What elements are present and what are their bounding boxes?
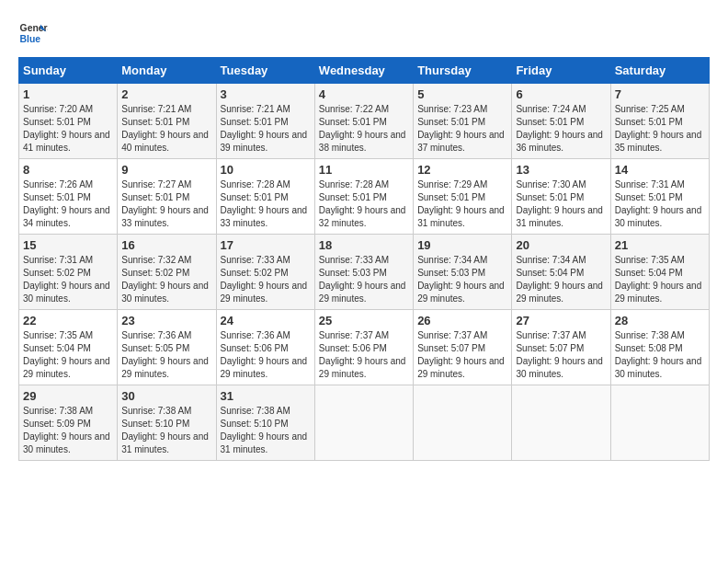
day-info: Sunrise: 7:26 AMSunset: 5:01 PMDaylight:… bbox=[23, 178, 113, 230]
calendar-cell: 7Sunrise: 7:25 AMSunset: 5:01 PMDaylight… bbox=[610, 84, 709, 159]
calendar-cell bbox=[512, 385, 610, 461]
weekday-header-sunday: Sunday bbox=[19, 58, 118, 84]
day-number: 20 bbox=[516, 238, 606, 252]
calendar-cell: 4Sunrise: 7:22 AMSunset: 5:01 PMDaylight… bbox=[314, 84, 413, 159]
day-info: Sunrise: 7:20 AMSunset: 5:01 PMDaylight:… bbox=[23, 103, 113, 155]
calendar-cell bbox=[314, 385, 413, 461]
calendar-cell: 17Sunrise: 7:33 AMSunset: 5:02 PMDayligh… bbox=[216, 235, 314, 310]
calendar-cell: 25Sunrise: 7:37 AMSunset: 5:06 PMDayligh… bbox=[314, 310, 413, 385]
day-number: 10 bbox=[221, 163, 311, 177]
calendar-cell: 31Sunrise: 7:38 AMSunset: 5:10 PMDayligh… bbox=[216, 385, 314, 461]
calendar-week-1: 1Sunrise: 7:20 AMSunset: 5:01 PMDaylight… bbox=[19, 84, 710, 159]
day-number: 1 bbox=[23, 87, 113, 101]
calendar-cell: 11Sunrise: 7:28 AMSunset: 5:01 PMDayligh… bbox=[314, 159, 413, 235]
day-info: Sunrise: 7:31 AMSunset: 5:01 PMDaylight:… bbox=[615, 178, 705, 230]
day-info: Sunrise: 7:35 AMSunset: 5:04 PMDaylight:… bbox=[615, 254, 705, 305]
day-number: 15 bbox=[23, 238, 113, 252]
day-number: 13 bbox=[516, 163, 606, 177]
calendar-cell: 23Sunrise: 7:36 AMSunset: 5:05 PMDayligh… bbox=[118, 310, 216, 385]
day-number: 6 bbox=[516, 87, 606, 101]
day-number: 27 bbox=[516, 314, 606, 327]
day-number: 30 bbox=[121, 389, 211, 403]
day-number: 19 bbox=[417, 238, 507, 252]
calendar-cell: 9Sunrise: 7:27 AMSunset: 5:01 PMDaylight… bbox=[118, 159, 216, 235]
day-info: Sunrise: 7:33 AMSunset: 5:03 PMDaylight:… bbox=[319, 254, 409, 305]
weekday-header-wednesday: Wednesday bbox=[314, 58, 413, 84]
day-number: 24 bbox=[221, 314, 311, 327]
day-number: 23 bbox=[121, 314, 211, 327]
day-info: Sunrise: 7:27 AMSunset: 5:01 PMDaylight:… bbox=[121, 178, 211, 230]
calendar-body: 1Sunrise: 7:20 AMSunset: 5:01 PMDaylight… bbox=[19, 84, 710, 461]
day-number: 14 bbox=[615, 163, 705, 177]
day-info: Sunrise: 7:32 AMSunset: 5:02 PMDaylight:… bbox=[121, 254, 211, 305]
day-info: Sunrise: 7:24 AMSunset: 5:01 PMDaylight:… bbox=[516, 103, 606, 155]
day-number: 25 bbox=[319, 314, 409, 327]
day-number: 4 bbox=[319, 87, 409, 101]
day-number: 2 bbox=[121, 87, 211, 101]
day-info: Sunrise: 7:37 AMSunset: 5:07 PMDaylight:… bbox=[417, 329, 507, 381]
weekday-header-saturday: Saturday bbox=[610, 58, 709, 84]
logo: General Blue bbox=[18, 18, 48, 48]
calendar-cell: 22Sunrise: 7:35 AMSunset: 5:04 PMDayligh… bbox=[19, 310, 118, 385]
day-info: Sunrise: 7:21 AMSunset: 5:01 PMDaylight:… bbox=[121, 103, 211, 155]
calendar-cell: 5Sunrise: 7:23 AMSunset: 5:01 PMDaylight… bbox=[414, 84, 512, 159]
calendar-cell: 26Sunrise: 7:37 AMSunset: 5:07 PMDayligh… bbox=[414, 310, 512, 385]
day-number: 3 bbox=[221, 87, 311, 101]
day-info: Sunrise: 7:34 AMSunset: 5:04 PMDaylight:… bbox=[516, 254, 606, 305]
day-number: 21 bbox=[615, 238, 705, 252]
calendar-cell: 30Sunrise: 7:38 AMSunset: 5:10 PMDayligh… bbox=[118, 385, 216, 461]
day-info: Sunrise: 7:28 AMSunset: 5:01 PMDaylight:… bbox=[221, 178, 311, 230]
day-number: 11 bbox=[319, 163, 409, 177]
weekday-header-tuesday: Tuesday bbox=[216, 58, 314, 84]
day-info: Sunrise: 7:30 AMSunset: 5:01 PMDaylight:… bbox=[516, 178, 606, 230]
day-info: Sunrise: 7:37 AMSunset: 5:07 PMDaylight:… bbox=[516, 329, 606, 381]
calendar-cell: 12Sunrise: 7:29 AMSunset: 5:01 PMDayligh… bbox=[414, 159, 512, 235]
day-info: Sunrise: 7:25 AMSunset: 5:01 PMDaylight:… bbox=[615, 103, 705, 155]
calendar-cell: 29Sunrise: 7:38 AMSunset: 5:09 PMDayligh… bbox=[19, 385, 118, 461]
calendar-cell bbox=[610, 385, 709, 461]
calendar-cell: 14Sunrise: 7:31 AMSunset: 5:01 PMDayligh… bbox=[610, 159, 709, 235]
calendar-cell: 10Sunrise: 7:28 AMSunset: 5:01 PMDayligh… bbox=[216, 159, 314, 235]
day-info: Sunrise: 7:23 AMSunset: 5:01 PMDaylight:… bbox=[417, 103, 507, 155]
calendar-cell: 28Sunrise: 7:38 AMSunset: 5:08 PMDayligh… bbox=[610, 310, 709, 385]
day-number: 12 bbox=[417, 163, 507, 177]
calendar-week-4: 22Sunrise: 7:35 AMSunset: 5:04 PMDayligh… bbox=[19, 310, 710, 385]
day-number: 7 bbox=[615, 87, 705, 101]
calendar-cell: 24Sunrise: 7:36 AMSunset: 5:06 PMDayligh… bbox=[216, 310, 314, 385]
weekday-header-row: SundayMondayTuesdayWednesdayThursdayFrid… bbox=[19, 58, 710, 84]
calendar-week-3: 15Sunrise: 7:31 AMSunset: 5:02 PMDayligh… bbox=[19, 235, 710, 310]
day-info: Sunrise: 7:33 AMSunset: 5:02 PMDaylight:… bbox=[221, 254, 311, 305]
day-info: Sunrise: 7:38 AMSunset: 5:09 PMDaylight:… bbox=[23, 405, 113, 456]
day-info: Sunrise: 7:38 AMSunset: 5:08 PMDaylight:… bbox=[615, 329, 705, 381]
calendar-cell: 1Sunrise: 7:20 AMSunset: 5:01 PMDaylight… bbox=[19, 84, 118, 159]
calendar-cell: 19Sunrise: 7:34 AMSunset: 5:03 PMDayligh… bbox=[414, 235, 512, 310]
calendar-cell: 6Sunrise: 7:24 AMSunset: 5:01 PMDaylight… bbox=[512, 84, 610, 159]
day-info: Sunrise: 7:38 AMSunset: 5:10 PMDaylight:… bbox=[221, 405, 311, 456]
day-info: Sunrise: 7:38 AMSunset: 5:10 PMDaylight:… bbox=[121, 405, 211, 456]
day-info: Sunrise: 7:31 AMSunset: 5:02 PMDaylight:… bbox=[23, 254, 113, 305]
day-number: 16 bbox=[121, 238, 211, 252]
calendar-cell: 27Sunrise: 7:37 AMSunset: 5:07 PMDayligh… bbox=[512, 310, 610, 385]
page-header: General Blue bbox=[18, 18, 710, 48]
day-number: 8 bbox=[23, 163, 113, 177]
day-info: Sunrise: 7:34 AMSunset: 5:03 PMDaylight:… bbox=[417, 254, 507, 305]
weekday-header-friday: Friday bbox=[512, 58, 610, 84]
calendar-cell: 2Sunrise: 7:21 AMSunset: 5:01 PMDaylight… bbox=[118, 84, 216, 159]
calendar-table: SundayMondayTuesdayWednesdayThursdayFrid… bbox=[18, 57, 710, 461]
day-info: Sunrise: 7:36 AMSunset: 5:06 PMDaylight:… bbox=[221, 329, 311, 381]
day-number: 26 bbox=[417, 314, 507, 327]
calendar-week-2: 8Sunrise: 7:26 AMSunset: 5:01 PMDaylight… bbox=[19, 159, 710, 235]
day-info: Sunrise: 7:35 AMSunset: 5:04 PMDaylight:… bbox=[23, 329, 113, 381]
day-info: Sunrise: 7:37 AMSunset: 5:06 PMDaylight:… bbox=[319, 329, 409, 381]
day-number: 9 bbox=[121, 163, 211, 177]
day-number: 17 bbox=[221, 238, 311, 252]
day-number: 5 bbox=[417, 87, 507, 101]
calendar-cell: 3Sunrise: 7:21 AMSunset: 5:01 PMDaylight… bbox=[216, 84, 314, 159]
day-number: 31 bbox=[221, 389, 311, 403]
day-number: 22 bbox=[23, 314, 113, 327]
weekday-header-thursday: Thursday bbox=[414, 58, 512, 84]
calendar-cell: 21Sunrise: 7:35 AMSunset: 5:04 PMDayligh… bbox=[610, 235, 709, 310]
calendar-cell: 13Sunrise: 7:30 AMSunset: 5:01 PMDayligh… bbox=[512, 159, 610, 235]
calendar-week-5: 29Sunrise: 7:38 AMSunset: 5:09 PMDayligh… bbox=[19, 385, 710, 461]
day-info: Sunrise: 7:28 AMSunset: 5:01 PMDaylight:… bbox=[319, 178, 409, 230]
